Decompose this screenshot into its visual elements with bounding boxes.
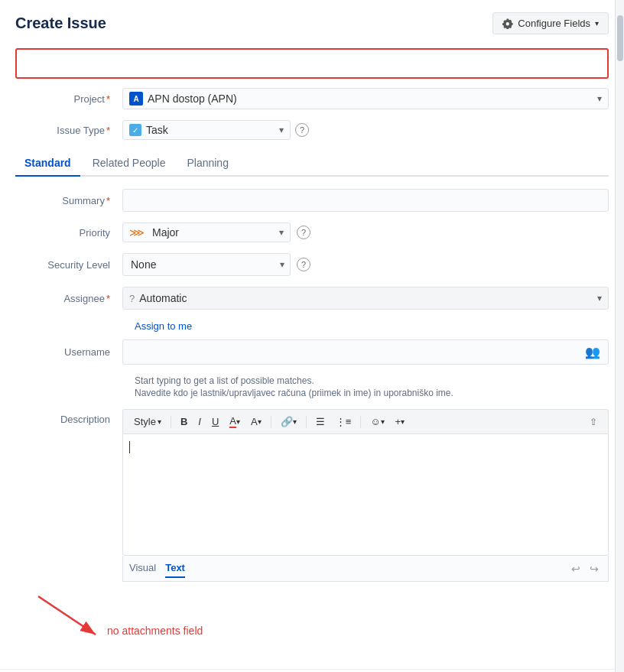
assignee-chevron-icon: ▾ — [597, 293, 602, 304]
priority-select[interactable]: Major — [152, 226, 284, 239]
configure-fields-label: Configure Fields — [518, 18, 590, 29]
tab-standard[interactable]: Standard — [15, 151, 80, 175]
configure-fields-button[interactable]: Configure Fields ▾ — [492, 12, 609, 34]
people-icon[interactable]: 👥 — [577, 340, 608, 364]
gear-icon — [502, 18, 513, 29]
assignee-auto-icon: ? — [129, 293, 135, 304]
summary-input[interactable] — [122, 189, 609, 212]
undo-redo-controls: ↩ ↪ — [568, 561, 602, 576]
top-highlight-input — [15, 48, 609, 79]
project-select[interactable]: APN dostop (APN) — [148, 93, 602, 105]
security-level-row: Security Level None ? — [15, 253, 609, 276]
username-control: 👥 — [122, 339, 609, 365]
modal-header: Create Issue Configure Fields ▾ — [0, 0, 624, 42]
security-level-dropdown[interactable]: None — [122, 253, 291, 276]
text-cursor — [129, 441, 130, 453]
modal-footer: Create another Create Cancel — [0, 669, 624, 672]
tab-planning[interactable]: Planning — [177, 151, 238, 175]
issue-type-row: Issue Type ✓ Task ▾ ? — [15, 120, 609, 140]
form-body: Project A APN dostop (APN) ▾ Issue Type — [0, 88, 624, 582]
annotation-area: no attachments field — [15, 592, 624, 654]
link-btn[interactable]: 🔗 ▾ — [276, 414, 301, 430]
assignee-label: Assignee — [15, 293, 122, 304]
description-toolbar: Style ▾ B I U A ▾ A ▾ — [122, 409, 609, 433]
issue-type-select-wrapper[interactable]: ✓ Task ▾ — [122, 120, 291, 140]
summary-label: Summary — [15, 195, 122, 206]
toolbar-divider-2 — [271, 416, 271, 428]
description-label: Description — [15, 409, 122, 425]
issue-type-help-icon[interactable]: ? — [295, 123, 309, 137]
description-area[interactable] — [122, 433, 609, 556]
create-issue-modal: Create Issue Configure Fields ▾ Project … — [0, 0, 624, 672]
desc-tab-visual[interactable]: Visual — [129, 559, 156, 578]
modal-title: Create Issue — [15, 15, 106, 32]
username-hint2: Navedite kdo je lastnik/upravljavec raču… — [135, 388, 609, 398]
project-control: A APN dostop (APN) ▾ — [122, 88, 609, 109]
task-type-icon: ✓ — [129, 124, 141, 136]
text-size-btn[interactable]: A ▾ — [246, 414, 266, 430]
issue-type-select[interactable]: Task — [146, 124, 284, 136]
text-size-label: A — [251, 416, 258, 427]
style-dropdown-btn[interactable]: Style ▾ — [129, 414, 166, 430]
issue-type-label: Issue Type — [15, 125, 122, 136]
priority-label: Priority — [15, 227, 122, 239]
redo-btn[interactable]: ↪ — [587, 561, 602, 576]
annotation-text: no attachments field — [107, 625, 203, 637]
project-select-inner: APN dostop (APN) ▾ — [148, 93, 602, 105]
summary-control — [122, 189, 609, 212]
priority-dropdown[interactable]: ⋙ Major ▾ — [122, 222, 291, 242]
emoji-btn[interactable]: ☺ ▾ — [366, 414, 388, 430]
issue-type-control: ✓ Task ▾ ? — [122, 120, 609, 140]
assign-to-me-link[interactable]: Assign to me — [135, 320, 609, 332]
description-control: Style ▾ B I U A ▾ A ▾ — [122, 409, 609, 582]
priority-help-icon[interactable]: ? — [297, 226, 310, 239]
text-color-chevron-icon: ▾ — [236, 417, 240, 426]
project-icon: A — [129, 92, 143, 106]
security-level-select[interactable]: None — [122, 253, 291, 276]
style-label: Style — [134, 416, 156, 427]
desc-tab-text[interactable]: Text — [165, 559, 185, 578]
annotation-arrow-svg — [23, 592, 122, 646]
text-size-chevron-icon: ▾ — [258, 417, 262, 426]
underline-btn[interactable]: U — [207, 414, 223, 430]
collapse-toolbar-btn[interactable]: ⇧ — [585, 415, 602, 429]
numbered-list-btn[interactable]: ⋮≡ — [331, 414, 356, 430]
priority-select-inner: Major ▾ — [152, 226, 284, 239]
username-row: Username 👥 — [15, 339, 609, 365]
undo-btn[interactable]: ↩ — [568, 561, 583, 576]
security-level-select-wrapper: None ? — [122, 253, 609, 276]
assignee-select-wrapper[interactable]: ? Automatic ▾ — [122, 287, 609, 310]
toolbar-divider-4 — [360, 416, 361, 428]
more-chevron-icon: ▾ — [401, 417, 405, 426]
username-label: Username — [15, 346, 122, 358]
username-input[interactable] — [123, 342, 577, 363]
username-input-wrapper: 👥 — [122, 339, 609, 365]
tabs-bar: Standard Related People Planning — [15, 151, 609, 177]
italic-btn[interactable]: I — [193, 414, 206, 430]
bullet-list-btn[interactable]: ☰ — [311, 414, 330, 430]
priority-row: Priority ⋙ Major ▾ ? — [15, 222, 609, 242]
project-label: Project — [15, 93, 122, 105]
chevron-down-icon: ▾ — [595, 19, 599, 28]
svg-line-1 — [38, 596, 96, 635]
description-footer: Visual Text ↩ ↪ — [122, 556, 609, 582]
description-row: Description Style ▾ B I U A ▾ — [15, 409, 609, 582]
text-color-btn[interactable]: A ▾ — [225, 413, 245, 430]
summary-row: Summary — [15, 189, 609, 212]
toolbar-divider-1 — [171, 416, 171, 428]
issue-type-wrapper: ✓ Task ▾ ? — [122, 120, 609, 140]
bold-btn[interactable]: B — [176, 414, 192, 430]
assignee-row: Assignee ? Automatic ▾ — [15, 287, 609, 310]
assignee-control: ? Automatic ▾ — [122, 287, 609, 310]
description-tabs: Visual Text — [129, 559, 185, 578]
tab-related-people[interactable]: Related People — [83, 151, 175, 175]
scrollbar-thumb — [617, 15, 623, 61]
link-chevron-icon: ▾ — [293, 417, 297, 426]
security-level-help-icon[interactable]: ? — [297, 258, 310, 271]
priority-icon: ⋙ — [129, 226, 145, 239]
assignee-select[interactable]: Automatic — [139, 292, 593, 304]
scrollbar[interactable] — [615, 0, 624, 672]
project-select-wrapper[interactable]: A APN dostop (APN) ▾ — [122, 88, 609, 109]
more-btn[interactable]: + ▾ — [391, 414, 410, 430]
text-color-label: A — [229, 415, 236, 428]
